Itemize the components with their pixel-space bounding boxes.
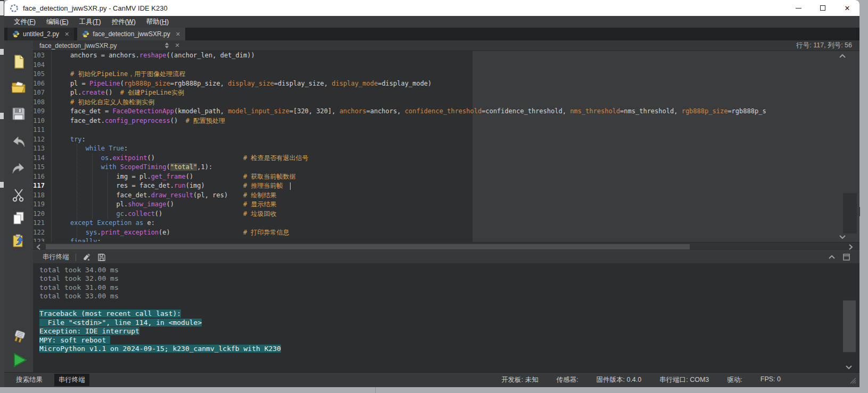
editor-vscrollbar-thumb[interactable] bbox=[843, 193, 857, 233]
code-line[interactable]: 108 # 初始化自定义人脸检测实例 bbox=[33, 98, 859, 107]
status-fields: 开发板: 未知传感器:固件版本: 0.4.0串行端口: COM3驱动:FPS: … bbox=[501, 375, 781, 384]
terminal-traceback-line: MPY: soft reboot bbox=[39, 336, 859, 345]
code-line[interactable]: 110 face_det.config_preprocess() # 配置预处理 bbox=[33, 116, 859, 126]
tab-close-icon[interactable]: ✕ bbox=[64, 31, 69, 38]
line-number: 103 bbox=[33, 51, 51, 61]
cut-icon[interactable] bbox=[11, 188, 26, 203]
resize-grip[interactable] bbox=[848, 375, 856, 384]
code-text bbox=[51, 61, 55, 70]
terminal-scroll-down-icon[interactable] bbox=[845, 365, 853, 370]
code-text: with ScopedTiming("total",1): bbox=[51, 163, 212, 172]
code-line[interactable]: 107 pl.create() # 创建PipeLine实例 bbox=[33, 88, 859, 98]
scroll-up-icon[interactable] bbox=[839, 54, 846, 58]
collapse-panel-icon[interactable] bbox=[828, 255, 836, 260]
code-line[interactable]: 105 # 初始化PipeLine，用于图像处理流程 bbox=[33, 70, 859, 79]
code-line[interactable]: 111 bbox=[33, 126, 859, 135]
tab-face_detection_jwwSXR.py[interactable]: face_detection_jwwSXR.py✕ bbox=[77, 28, 185, 40]
code-line[interactable]: 114 os.exitpoint() # 检查是否有退出信号 bbox=[33, 154, 859, 163]
code-line[interactable]: 118 face_det.draw_result(pl, res) # 绘制结果 bbox=[33, 191, 859, 200]
code-editor[interactable]: 103 anchors = anchors.reshape((anchor_le… bbox=[33, 51, 859, 242]
editor-close-icon[interactable]: ✕ bbox=[175, 42, 179, 49]
code-line[interactable]: 123 finally: bbox=[33, 237, 859, 242]
cursor-position-indicator: 行号: 117, 列号: 56 bbox=[796, 41, 852, 50]
canmv-ide-window: face_detection_jwwSXR.py - CanMV IDE K23… bbox=[4, 0, 859, 387]
tab-untitled_2.py[interactable]: untitled_2.py✕ bbox=[7, 28, 74, 40]
save-file-icon[interactable] bbox=[11, 106, 26, 121]
document-tabbar: untitled_2.py✕face_detection_jwwSXR.py✕ bbox=[4, 28, 859, 40]
editor-hscrollbar[interactable] bbox=[33, 242, 859, 250]
line-number: 123 bbox=[33, 237, 51, 242]
line-number: 106 bbox=[33, 79, 51, 89]
close-button[interactable]: ✕ bbox=[835, 0, 859, 16]
menu-item-H[interactable]: 帮助(H) bbox=[141, 16, 174, 28]
taskbar-divider bbox=[375, 387, 376, 393]
scroll-down-icon[interactable] bbox=[839, 235, 846, 239]
code-line[interactable]: 112 try: bbox=[33, 135, 859, 145]
code-line[interactable]: 109 face_det = FaceDetectionApp(kmodel_p… bbox=[33, 107, 859, 116]
terminal-line: total took 34.00 ms bbox=[39, 266, 859, 274]
code-text: os.exitpoint() # 检查是否有退出信号 bbox=[51, 154, 309, 163]
file-combo-arrows-icon[interactable] bbox=[164, 42, 169, 49]
minimize-button[interactable] bbox=[786, 0, 811, 16]
line-number: 104 bbox=[33, 61, 51, 70]
terminal-line: total took 33.00 ms bbox=[39, 292, 859, 300]
open-file-icon[interactable] bbox=[11, 80, 26, 95]
scroll-left-icon[interactable] bbox=[36, 244, 41, 250]
code-line[interactable]: 121 except Exception as e: bbox=[33, 219, 859, 228]
serial-terminal-output[interactable]: total took 34.00 mstotal took 32.00 msto… bbox=[33, 263, 859, 372]
maximize-panel-icon[interactable] bbox=[843, 254, 850, 261]
clear-terminal-icon[interactable] bbox=[82, 253, 91, 262]
status-传感器: 传感器: bbox=[557, 375, 578, 384]
terminal-traceback-line: Exception: IDE interrupt bbox=[39, 327, 859, 336]
menu-item-T[interactable]: 工具(T) bbox=[74, 16, 106, 28]
connect-icon[interactable] bbox=[11, 328, 28, 345]
code-line[interactable]: 103 anchors = anchors.reshape((anchor_le… bbox=[33, 51, 859, 61]
maximize-button[interactable] bbox=[811, 0, 835, 16]
python-file-icon bbox=[82, 30, 89, 38]
titlebar[interactable]: face_detection_jwwSXR.py - CanMV IDE K23… bbox=[4, 0, 859, 16]
code-text: try: bbox=[51, 135, 86, 145]
code-line[interactable]: 113 while True: bbox=[33, 144, 859, 154]
open-file-combo[interactable]: face_detection_jwwSXR.py bbox=[39, 42, 117, 49]
run-script-icon[interactable] bbox=[11, 352, 28, 369]
code-line[interactable]: 115 with ScopedTiming("total",1): bbox=[33, 163, 859, 172]
undo-icon[interactable] bbox=[11, 135, 26, 150]
panel-tab-搜索结果[interactable]: 搜索结果 bbox=[12, 374, 47, 386]
status-驱动: 驱动: bbox=[727, 375, 742, 384]
copy-icon[interactable] bbox=[11, 211, 26, 225]
redo-icon[interactable] bbox=[11, 162, 26, 177]
code-lines: 103 anchors = anchors.reshape((anchor_le… bbox=[33, 51, 859, 242]
code-text: while True: bbox=[51, 144, 128, 154]
code-line[interactable]: 120 gc.collect() # 垃圾回收 bbox=[33, 210, 859, 219]
menu-item-E[interactable]: 编辑(E) bbox=[41, 16, 74, 28]
code-line[interactable]: 104 bbox=[33, 61, 859, 70]
line-number: 109 bbox=[33, 107, 51, 116]
code-line[interactable]: 119 pl.show_image() # 显示结果 bbox=[33, 200, 859, 210]
line-number: 111 bbox=[33, 126, 51, 135]
save-log-icon[interactable] bbox=[97, 253, 106, 262]
code-text: pl.show_image() # 显示结果 bbox=[51, 200, 276, 210]
code-line[interactable]: 117 res = face_det.run(img) # 推理当前帧 bbox=[33, 181, 859, 191]
panel-tab-串行终端[interactable]: 串行终端 bbox=[54, 374, 89, 386]
line-number: 107 bbox=[33, 88, 51, 98]
editor-hscrollbar-thumb[interactable] bbox=[46, 244, 690, 249]
terminal-vscrollbar-thumb[interactable] bbox=[843, 300, 856, 352]
tab-label: untitled_2.py bbox=[23, 30, 59, 38]
line-number: 110 bbox=[33, 116, 51, 126]
tab-close-icon[interactable]: ✕ bbox=[176, 31, 180, 38]
desktop: face_detection_jwwSXR.py - CanMV IDE K23… bbox=[0, 0, 868, 393]
new-file-icon[interactable] bbox=[11, 54, 26, 69]
code-text: face_det = FaceDetectionApp(kmodel_path,… bbox=[51, 107, 766, 116]
menu-item-F[interactable]: 文件(F) bbox=[9, 16, 41, 28]
scroll-right-icon[interactable] bbox=[848, 244, 853, 250]
code-line[interactable]: 122 sys.print_exception(e) # 打印异常信息 bbox=[33, 228, 859, 238]
code-text: # 初始化PipeLine，用于图像处理流程 bbox=[51, 70, 185, 79]
code-line[interactable]: 106 pl = PipeLine(rgb888p_size=rgb888p_s… bbox=[33, 79, 859, 89]
maximize-icon bbox=[820, 5, 825, 11]
code-text: pl = PipeLine(rgb888p_size=rgb888p_size,… bbox=[51, 79, 432, 89]
line-number: 105 bbox=[33, 70, 51, 79]
menu-item-W[interactable]: 控件(W) bbox=[106, 16, 141, 28]
line-number: 117 bbox=[33, 181, 51, 191]
paste-icon[interactable] bbox=[11, 233, 26, 248]
code-line[interactable]: 116 img = pl.get_frame() # 获取当前帧数据 bbox=[33, 172, 859, 182]
